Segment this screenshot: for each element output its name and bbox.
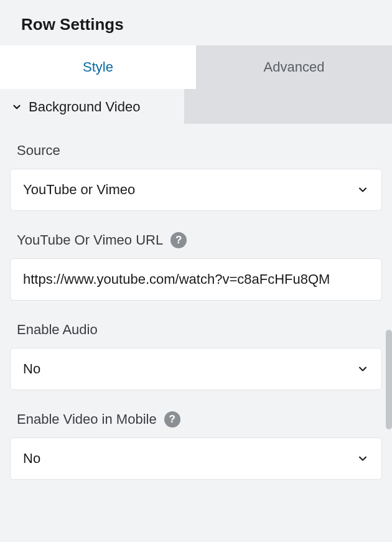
- tabs-container: Style Advanced: [0, 45, 392, 89]
- help-icon[interactable]: ?: [170, 232, 187, 248]
- url-input-wrap: [10, 258, 382, 301]
- enable-mobile-label: Enable Video in Mobile: [17, 411, 157, 428]
- panel-title: Row Settings: [0, 0, 392, 45]
- field-label-row: YouTube Or Vimeo URL ?: [10, 232, 382, 248]
- source-value: YouTube or Vimeo: [23, 182, 350, 198]
- chevron-down-icon: [357, 184, 369, 196]
- section-header-wrap: Background Video: [0, 89, 392, 124]
- chevron-down-icon: [357, 452, 369, 465]
- source-select[interactable]: YouTube or Vimeo: [10, 169, 382, 211]
- field-url: YouTube Or Vimeo URL ?: [10, 232, 382, 301]
- enable-audio-label: Enable Audio: [17, 322, 98, 338]
- enable-mobile-value: No: [23, 451, 350, 467]
- section-toggle-background-video[interactable]: Background Video: [0, 89, 157, 125]
- section-title: Background Video: [29, 99, 140, 115]
- url-label: YouTube Or Vimeo URL: [17, 232, 163, 248]
- enable-mobile-select[interactable]: No: [10, 437, 382, 480]
- field-label-row: Enable Audio: [10, 322, 382, 338]
- chevron-down-icon: [357, 363, 369, 375]
- chevron-down-icon: [11, 101, 22, 113]
- field-enable-audio: Enable Audio No: [10, 322, 382, 390]
- field-label-row: Enable Video in Mobile ?: [10, 411, 382, 428]
- tab-advanced[interactable]: Advanced: [196, 45, 392, 89]
- enable-audio-select[interactable]: No: [10, 348, 382, 390]
- scrollbar-thumb[interactable]: [386, 330, 392, 429]
- source-label: Source: [17, 143, 60, 159]
- enable-audio-value: No: [23, 361, 350, 377]
- url-input[interactable]: [23, 259, 369, 300]
- field-label-row: Source: [10, 143, 382, 159]
- field-source: Source YouTube or Vimeo: [10, 143, 382, 211]
- fields-container: Source YouTube or Vimeo YouTube Or Vimeo…: [0, 124, 392, 480]
- tab-style[interactable]: Style: [0, 45, 196, 89]
- help-icon[interactable]: ?: [164, 411, 180, 428]
- field-enable-mobile: Enable Video in Mobile ? No: [10, 411, 382, 480]
